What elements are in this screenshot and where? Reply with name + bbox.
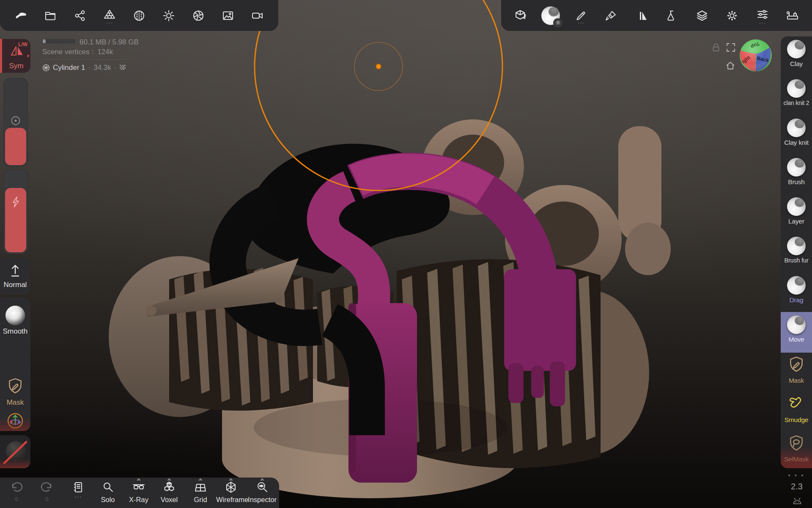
sym-label: Sym bbox=[2, 62, 30, 70]
mask-shield-icon bbox=[788, 356, 805, 373]
camera-video-icon[interactable] bbox=[245, 2, 270, 29]
viewport-3d[interactable]: Top ight Back 60.1 MB / 5.98 GB Scene ve… bbox=[0, 0, 812, 508]
symmetry-icon bbox=[9, 43, 26, 58]
scene-vertices-value: 124k bbox=[97, 48, 113, 56]
camera-lock-icon[interactable] bbox=[710, 42, 721, 53]
radius-slider[interactable] bbox=[3, 78, 28, 167]
smooth-tool[interactable]: Smooth bbox=[0, 306, 30, 336]
brush-panel-handle[interactable]: • • • bbox=[781, 472, 812, 479]
matcap-settings-gear-icon[interactable] bbox=[553, 18, 562, 28]
wireframe-button[interactable]: Wireframe bbox=[216, 481, 246, 504]
sculpt-model[interactable] bbox=[0, 0, 812, 508]
grid-button[interactable]: Grid bbox=[186, 481, 215, 504]
brush-smudge[interactable]: Smudge bbox=[781, 394, 812, 424]
smooth-icon bbox=[5, 306, 25, 325]
fullscreen-icon[interactable] bbox=[725, 42, 736, 53]
mask-shield-icon bbox=[7, 377, 24, 395]
layers-stack-icon[interactable] bbox=[690, 2, 714, 29]
stroke-pen-icon[interactable]: ··· bbox=[569, 2, 593, 29]
radius-icon bbox=[10, 115, 21, 126]
brush-brush-fur[interactable]: Brush fur bbox=[781, 237, 812, 264]
brush-thumb-sphere bbox=[787, 119, 806, 137]
redo-button[interactable]: 0 bbox=[32, 481, 62, 502]
intensity-lightning-icon bbox=[10, 196, 21, 208]
brush-mask[interactable]: Mask bbox=[781, 355, 812, 384]
brush-clay-knit[interactable]: Clay knit bbox=[781, 119, 812, 146]
submenu-caret bbox=[137, 478, 141, 480]
pen-more-dots: ··· bbox=[578, 22, 584, 24]
solo-button[interactable]: Solo bbox=[93, 481, 123, 504]
normal-label: Normal bbox=[0, 281, 30, 289]
sym-expand-arrow bbox=[27, 54, 30, 58]
material-flask-icon[interactable] bbox=[659, 2, 684, 29]
undo-button[interactable]: 0 bbox=[2, 481, 31, 502]
submenu-caret bbox=[198, 478, 203, 480]
glasses-icon bbox=[132, 481, 145, 494]
submenu-caret bbox=[229, 478, 233, 480]
symmetry-toggle[interactable]: L/W Sym bbox=[0, 39, 30, 73]
layers-pyramid-icon[interactable]: ··· bbox=[97, 2, 122, 29]
smudge-finger-icon bbox=[787, 395, 805, 413]
arrow-up-icon bbox=[8, 262, 22, 278]
object-count: 34.3k bbox=[93, 64, 111, 72]
submenu-caret bbox=[167, 478, 171, 480]
intensity-slider[interactable] bbox=[3, 169, 28, 254]
history-more-dots: ··· bbox=[63, 496, 93, 497]
top-right-toolbar: ··· ··· bbox=[501, 0, 812, 31]
falloff-curve-button[interactable] bbox=[0, 435, 30, 468]
brush-thumb-sphere bbox=[787, 158, 806, 177]
scene-box-icon[interactable] bbox=[508, 2, 533, 29]
android-icon bbox=[792, 496, 803, 505]
brush-thumb-sphere bbox=[787, 315, 806, 334]
tool-workbench-icon[interactable] bbox=[780, 2, 805, 29]
submenu-caret bbox=[260, 478, 264, 480]
open-folder-icon[interactable] bbox=[38, 2, 63, 29]
brush-layer[interactable]: Layer bbox=[781, 197, 812, 225]
magnifier-eye-icon bbox=[256, 481, 269, 494]
nomad-logo[interactable] bbox=[8, 2, 33, 29]
brush-drag[interactable]: Drag bbox=[781, 276, 812, 304]
journal-icon bbox=[72, 481, 85, 494]
home-view-icon[interactable] bbox=[724, 60, 736, 72]
symmetry-mirror-icon[interactable] bbox=[629, 2, 654, 29]
orientation-gizmo[interactable]: Top ight Back bbox=[736, 36, 775, 75]
history-button[interactable]: ··· bbox=[63, 481, 93, 497]
brush-brush[interactable]: Brush bbox=[781, 158, 812, 186]
inspector-button[interactable]: Inspector bbox=[247, 481, 277, 504]
undo-icon bbox=[10, 481, 23, 493]
sliders-more-dots: ··· bbox=[759, 22, 766, 24]
paint-brush-icon[interactable] bbox=[599, 2, 623, 29]
xray-button[interactable]: X-Ray bbox=[124, 481, 154, 504]
magnifier-icon bbox=[102, 481, 114, 494]
vertex-sphere-icon[interactable] bbox=[127, 2, 151, 29]
brush-move[interactable]: Move bbox=[781, 315, 812, 343]
share-nodes-icon[interactable] bbox=[68, 2, 92, 29]
texture-checker-icon bbox=[119, 64, 126, 71]
grid-icon bbox=[194, 481, 207, 494]
redo-icon bbox=[40, 481, 54, 493]
settings-gear-icon[interactable] bbox=[720, 2, 744, 29]
object-name: Cylinder 1 bbox=[53, 64, 85, 72]
mask-tool[interactable]: Mask bbox=[0, 372, 30, 407]
memory-bar bbox=[42, 39, 75, 44]
app-version: 2.3 bbox=[785, 482, 809, 491]
scene-stats: 60.1 MB / 5.98 GB Scene vertices : 124k … bbox=[42, 38, 139, 72]
layers-more-dots: ··· bbox=[106, 22, 113, 24]
matcap-preview[interactable] bbox=[538, 2, 563, 29]
background-image-icon[interactable] bbox=[216, 2, 240, 29]
render-aperture-icon[interactable] bbox=[186, 2, 211, 29]
brush-clan-knit-2[interactable]: clan knit 2 bbox=[781, 79, 812, 106]
memory-usage: 60.1 MB / 5.98 GB bbox=[80, 38, 139, 46]
brush-thumb-sphere bbox=[787, 237, 806, 255]
object-row[interactable]: Cylinder 1 · 34.3k · bbox=[42, 64, 139, 72]
brush-clay[interactable]: Clay bbox=[781, 40, 812, 68]
stroke-normal-button[interactable]: Normal bbox=[0, 257, 30, 295]
voxel-button[interactable]: Voxel bbox=[154, 481, 184, 504]
brush-thumb-sphere bbox=[787, 40, 806, 58]
smooth-label: Smooth bbox=[0, 327, 30, 336]
display-sliders-icon[interactable]: ··· bbox=[750, 2, 775, 29]
undo-count: 0 bbox=[2, 496, 31, 502]
light-sun-icon[interactable] bbox=[156, 2, 181, 29]
brush-thumb-sphere bbox=[787, 79, 806, 98]
brush-thumb-sphere bbox=[787, 197, 806, 216]
